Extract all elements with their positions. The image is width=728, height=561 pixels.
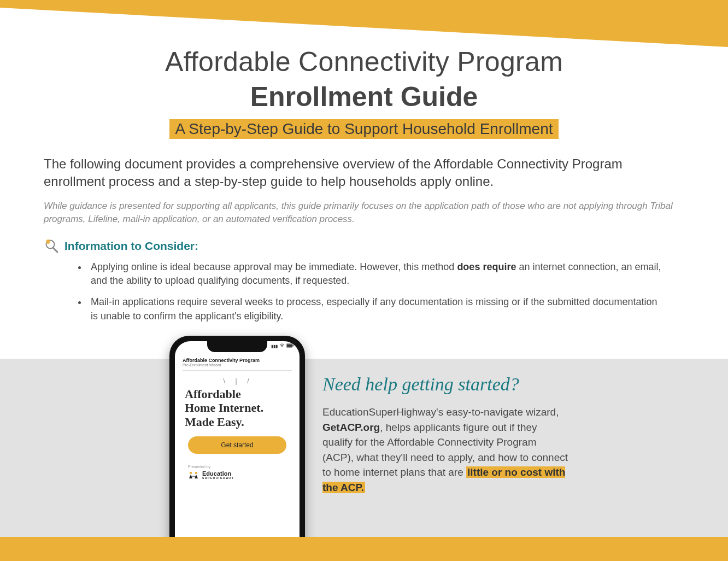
document-content: Affordable Connectivity Program Enrollme… [0,0,728,323]
org-subname: SUPERHIGHWAY [202,477,234,480]
list-item: Applying online is ideal because approva… [87,260,662,288]
phone-divider [183,370,292,371]
help-callout: Need help getting started? EducationSupe… [322,374,568,495]
presented-by-label: Presented by [188,465,292,469]
svg-point-9 [195,472,197,474]
intro-paragraph: The following document provides a compre… [44,155,684,191]
info-consider-heading-row: Information to Consider: [44,238,684,254]
help-heading: Need help getting started? [322,374,568,395]
info-consider-heading: Information to Consider: [64,239,198,253]
phone-statusbar: ▮▮▮ [175,343,300,351]
svg-point-3 [46,239,50,244]
svg-point-8 [190,472,192,474]
svg-rect-7 [293,345,294,347]
svg-rect-6 [287,344,292,347]
battery-icon [286,343,294,349]
svg-line-2 [53,248,57,252]
magnifier-icon [44,238,59,254]
people-icon [188,471,199,479]
list-item-bold: does require [457,261,516,272]
help-site-name: GetACP.org [322,422,380,433]
phone-headline-l1: Affordable [185,387,241,401]
info-consider-list: Applying online is ideal because approva… [87,260,684,323]
org-logo: Education SUPERHIGHWAY [188,471,292,480]
list-item: Mail-in applications require several wee… [87,295,662,323]
phone-screen: ▮▮▮ Affordable Connectivity Program Pre-… [175,341,300,556]
phone-mockup: ▮▮▮ Affordable Connectivity Program Pre-… [169,336,305,561]
help-body: EducationSuperHighway's easy-to-navigate… [322,405,568,495]
phone-app-subtitle: Pre-Enrollment Wizard [183,363,292,367]
signal-icon: ▮▮▮ [271,344,278,349]
page-title-line1: Affordable Connectivity Program [44,46,684,78]
help-text: EducationSuperHighway's easy-to-navigate… [322,406,559,418]
list-item-text: Mail-in applications require several wee… [91,296,657,321]
page-title-line2: Enrollment Guide [44,81,684,113]
phone-app-title: Affordable Connectivity Program [183,358,292,363]
sparkle-icon: \ | / [183,377,292,385]
phone-headline-l2: Home Internet. [185,401,263,414]
wifi-icon [279,343,285,349]
get-started-button[interactable]: Get started [188,436,286,454]
scope-note: While guidance is presented for supporti… [44,200,684,226]
phone-app-content: Affordable Connectivity Program Pre-Enro… [175,341,300,480]
list-item-text: Applying online is ideal because approva… [91,261,457,272]
phone-headline-l3: Made Easy. [185,415,244,429]
svg-point-4 [281,346,283,347]
bottom-bar-decor [0,537,728,561]
phone-headline: Affordable Home Internet. Made Easy. [185,387,290,429]
page-subtitle: A Step-by-Step Guide to Support Househol… [169,119,558,139]
